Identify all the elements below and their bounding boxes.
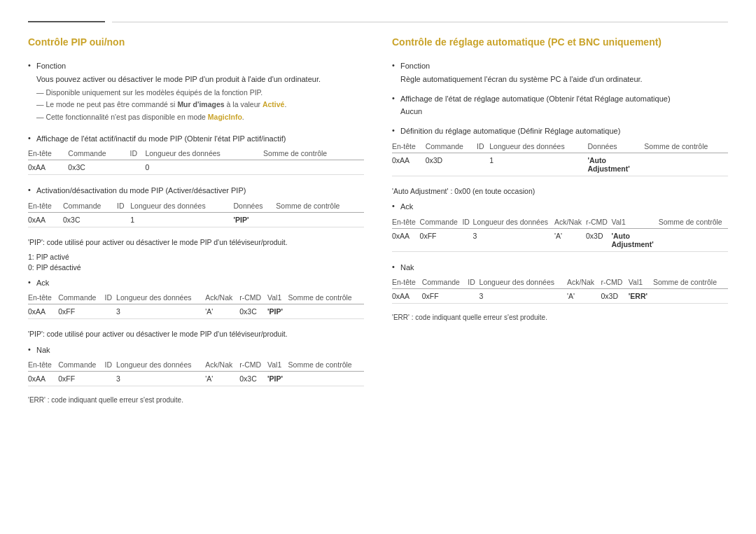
- th-id-2: ID: [117, 199, 130, 213]
- left-nak-block: • Nak En-tête Commande ID Longueur des d…: [28, 344, 364, 387]
- rth-somme-2: Somme de contrôle: [659, 216, 728, 229]
- td-id-1: [130, 160, 146, 175]
- left-table2-block: • Activation/désactivation du mode PIP (…: [28, 185, 364, 227]
- td-0-1: 0: [145, 160, 263, 175]
- bullet-dot-1: •: [28, 61, 36, 69]
- left-bullet2-text: Affichage de l'état actif/inactif du mod…: [36, 133, 286, 145]
- td-0x3c-1: 0x3C: [68, 160, 130, 175]
- right-ack-label: Ack: [400, 201, 413, 213]
- right-title-block: Contrôle de réglage automatique (PC et B…: [392, 36, 728, 50]
- rtd-err-3: 'ERR': [629, 289, 653, 304]
- rth-commande-2: Commande: [420, 216, 463, 229]
- rth-donnees-1: Données: [587, 140, 644, 153]
- td-id-2: [117, 212, 130, 227]
- right-nak-block: • Nak En-tête Commande ID Longueur des d…: [392, 262, 728, 304]
- th-id-3: ID: [105, 291, 117, 304]
- rtd-0xaa-3: 0xAA: [392, 289, 422, 304]
- left-function-desc: Vous pouvez activer ou désactiver le mod…: [36, 75, 364, 83]
- th-somme-2: Somme de contrôle: [276, 199, 364, 213]
- short-rule: [28, 21, 105, 22]
- bullet-dot-nak: •: [28, 345, 36, 353]
- pip-note3: 0: PIP désactivé: [28, 263, 364, 272]
- th-commande-3: Commande: [58, 291, 104, 304]
- left-function-block: • Fonction Vous pouvez activer ou désact…: [28, 60, 364, 123]
- left-bullet2: • Affichage de l'état actif/inactif du m…: [28, 133, 364, 145]
- rth-id-2: ID: [462, 216, 472, 229]
- active-value: Activé: [262, 100, 285, 108]
- th-id-4: ID: [105, 358, 117, 372]
- rth-val1-3: Val1: [629, 276, 653, 289]
- td-3-3: 3: [116, 304, 205, 319]
- right-bullet-function: • Fonction: [392, 60, 728, 72]
- th-rcmd-4: r-CMD: [239, 358, 267, 372]
- td-somme-val-1: [263, 160, 364, 175]
- rth-longueur-3: Longueur des données: [479, 276, 567, 289]
- td-id-3: [105, 304, 117, 319]
- right-ack-block: • Ack En-tête Commande ID Longueur des d…: [392, 201, 728, 252]
- right-table3: En-tête Commande ID Longueur des données…: [392, 276, 728, 304]
- table-row: 0xAA 0xFF 3 'A' 0x3D 'ERR': [392, 289, 728, 304]
- rtd-id-2: [462, 228, 472, 251]
- td-0x3c-3: 0x3C: [239, 304, 267, 319]
- long-rule: [112, 22, 728, 22]
- rtd-somme-2: [659, 228, 728, 251]
- rth-longueur-1: Longueur des données: [489, 140, 587, 153]
- right-bullet-dot-1: •: [392, 61, 400, 69]
- rth-commande-3: Commande: [422, 276, 468, 289]
- right-err-note: 'ERR' : code indiquant quelle erreur s'e…: [392, 314, 728, 321]
- rtd-auto-1: 'AutoAdjustment': [587, 153, 644, 176]
- bullet-dot-2: •: [28, 134, 36, 142]
- th-commande-2: Commande: [63, 199, 117, 213]
- th-somme-4: Somme de contrôle: [288, 358, 364, 372]
- pip-note4: 'PIP': code utilisé pour activer ou désa…: [28, 329, 364, 340]
- th-rcmd-3: r-CMD: [239, 291, 267, 304]
- rth-entete-2: En-tête: [392, 216, 420, 229]
- rth-entete-3: En-tête: [392, 276, 422, 289]
- left-ack-block: • Ack En-tête Commande ID Longueur des d…: [28, 277, 364, 320]
- table-row: 0xAA 0xFF 3 'A' 0x3D 'AutoAdjustment': [392, 228, 728, 251]
- rth-somme-1: Somme de contrôle: [644, 140, 728, 153]
- right-bullet3-text: Définition du réglage automatique (Défin…: [400, 125, 620, 137]
- left-table2: En-tête Commande ID Longueur des données…: [28, 199, 364, 227]
- right-nak-label: Nak: [400, 262, 414, 274]
- td-0x3c-4: 0x3C: [239, 372, 267, 386]
- rtd-0xaa-2: 0xAA: [392, 228, 420, 251]
- th-entete-2: En-tête: [28, 199, 63, 213]
- magic-info: MagicInfo: [208, 113, 242, 121]
- right-bullet3-block: • Définition du réglage automatique (Déf…: [392, 125, 728, 176]
- left-bullet-ack: • Ack: [28, 277, 364, 289]
- left-note1: Disponible uniquement sur les modèles éq…: [36, 87, 364, 99]
- table-row: 0xAA 0xFF 3 'A' 0x3C 'PIP': [28, 304, 364, 319]
- right-column: Contrôle de réglage automatique (PC et B…: [392, 36, 728, 407]
- right-function-desc: Règle automatiquement l'écran du système…: [400, 75, 728, 83]
- rtd-id-1: [477, 153, 489, 176]
- td-3-4: 3: [116, 372, 205, 386]
- td-pip-3: 'PIP': [267, 304, 288, 319]
- rtd-id-3: [468, 289, 479, 304]
- pip-note2: 1: PIP activé: [28, 253, 364, 261]
- right-bullet-ack: • Ack: [392, 201, 728, 213]
- td-0xaa-2: 0xAA: [28, 212, 63, 227]
- th-longueur-1: Longueur des données: [145, 147, 263, 160]
- left-note3: Cette fonctionnalité n'est pas disponibl…: [36, 112, 364, 123]
- left-table1-block: • Affichage de l'état actif/inactif du m…: [28, 133, 364, 176]
- th-longueur-3: Longueur des données: [116, 291, 205, 304]
- right-bullet-nak: • Nak: [392, 262, 728, 274]
- rtd-0xff-3: 0xFF: [422, 289, 468, 304]
- right-bullet-dot-ack: •: [392, 202, 400, 210]
- rth-rcmd-2: r-CMD: [586, 216, 611, 229]
- left-ack-label: Ack: [36, 277, 49, 289]
- table-row: 0xAA 0xFF 3 'A' 0x3C 'PIP': [28, 372, 364, 386]
- td-0xaa-1: 0xAA: [28, 160, 68, 175]
- right-bullet-dot-2: •: [392, 94, 400, 102]
- rtd-0xaa-1: 0xAA: [392, 153, 426, 176]
- bullet-dot-ack: •: [28, 278, 36, 286]
- td-somme-val-3: [288, 304, 364, 319]
- bullet-dot-3: •: [28, 185, 36, 194]
- th-longueur-4: Longueur des données: [116, 358, 205, 372]
- left-nak-label: Nak: [36, 344, 50, 356]
- td-0xff-4: 0xFF: [58, 372, 104, 386]
- rtd-a-3: 'A': [567, 289, 601, 304]
- th-acknak-4: Ack/Nak: [205, 358, 239, 372]
- right-function-label: Fonction: [400, 60, 430, 72]
